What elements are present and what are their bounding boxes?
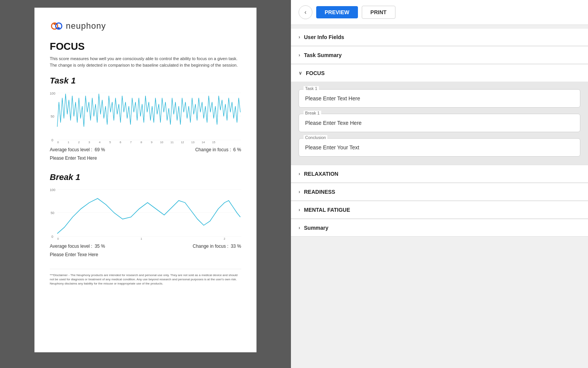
- accordion-focus-header[interactable]: ∨ FOCUS: [291, 65, 588, 82]
- focus-section-title: FOCUS: [50, 41, 241, 52]
- svg-text:7: 7: [130, 141, 132, 143]
- accordion-task-summary-label: Task Summary: [304, 52, 342, 58]
- focus-break1-input[interactable]: [305, 120, 574, 126]
- svg-text:5: 5: [109, 141, 111, 143]
- chevron-relaxation: ›: [299, 171, 300, 177]
- accordion-focus-label: FOCUS: [306, 70, 325, 76]
- svg-text:0: 0: [57, 237, 59, 240]
- svg-text:0: 0: [51, 235, 53, 239]
- back-button[interactable]: ‹: [299, 5, 312, 19]
- logo-area: neuphony: [50, 19, 241, 33]
- focus-conclusion-field: Conclusion: [299, 138, 580, 157]
- svg-text:9: 9: [151, 141, 152, 143]
- svg-text:3: 3: [88, 141, 90, 143]
- task1-title: Task 1: [50, 76, 241, 86]
- accordion-mental-fatigue: › MENTAL FATIGUE: [291, 201, 588, 219]
- task1-stats: Average focus level : 69 % Change in foc…: [50, 147, 241, 152]
- change-focus-label: Change in focus :: [195, 147, 231, 152]
- break1-title: Break 1: [50, 172, 241, 182]
- svg-text:11: 11: [170, 141, 173, 143]
- focus-description: This score measures how well you are con…: [50, 56, 241, 68]
- accordion-relaxation-label: RELAXATION: [304, 171, 338, 177]
- break1-change: Change in focus : 33 %: [193, 244, 241, 249]
- avg-focus-label: Average focus level :: [50, 147, 92, 152]
- chevron-user-info: ›: [299, 34, 300, 40]
- accordion-readiness-header[interactable]: › READINESS: [291, 183, 588, 200]
- accordion-user-info-header[interactable]: › User Info Fields: [291, 29, 588, 46]
- break1-chart: 100 50 0 0 1 2: [50, 186, 241, 240]
- svg-text:2: 2: [78, 141, 80, 143]
- svg-text:2: 2: [224, 237, 225, 240]
- chevron-readiness: ›: [299, 189, 300, 195]
- focus-conclusion-input[interactable]: [305, 144, 574, 150]
- print-button[interactable]: PRINT: [362, 6, 395, 19]
- svg-text:100: 100: [50, 188, 56, 192]
- focus-conclusion-label: Conclusion: [304, 135, 327, 140]
- svg-text:15: 15: [212, 141, 215, 143]
- chevron-summary: ›: [299, 225, 300, 231]
- chevron-focus: ∨: [299, 70, 302, 76]
- focus-task1-label: Task 1: [304, 86, 319, 91]
- accordion-mental-fatigue-label: MENTAL FATIGUE: [304, 207, 350, 213]
- break1-change-label: Change in focus :: [193, 244, 228, 249]
- accordion-readiness: › READINESS: [291, 183, 588, 201]
- break1-avg-focus: Average focus level : 35 %: [50, 244, 105, 249]
- document: neuphony FOCUS This score measures how w…: [34, 8, 256, 352]
- svg-text:10: 10: [160, 141, 163, 143]
- sidebar: ‹ PREVIEW PRINT › User Info Fields › Tas…: [291, 0, 588, 368]
- svg-text:13: 13: [191, 141, 194, 143]
- break1-entered-text: Please Enter Texe Here: [50, 252, 241, 257]
- svg-text:6: 6: [120, 141, 121, 143]
- accordion-focus: ∨ FOCUS Task 1 Break 1 Conclusion: [291, 65, 588, 165]
- sidebar-header: ‹ PREVIEW PRINT: [291, 0, 588, 25]
- task1-change: Change in focus : 6 %: [195, 147, 241, 152]
- accordion-relaxation: › RELAXATION: [291, 165, 588, 183]
- accordion-user-info-label: User Info Fields: [304, 34, 344, 40]
- avg-focus-value: 69 %: [95, 147, 105, 152]
- svg-text:14: 14: [202, 141, 205, 143]
- focus-break1-label: Break 1: [304, 111, 321, 115]
- svg-text:8: 8: [140, 141, 142, 143]
- svg-text:4: 4: [99, 141, 100, 143]
- accordion-summary-header[interactable]: › Summary: [291, 219, 588, 236]
- disclaimer: ***Disclaimer - The Neuphony products ar…: [50, 269, 241, 286]
- svg-text:1: 1: [140, 237, 142, 240]
- break1-change-value: 33 %: [231, 244, 241, 249]
- sidebar-content: › User Info Fields › Task Summary ∨ FOCU…: [291, 25, 588, 368]
- chevron-task-summary: ›: [299, 52, 300, 58]
- preview-button[interactable]: PREVIEW: [316, 6, 358, 18]
- accordion-focus-body: Task 1 Break 1 Conclusion: [291, 82, 588, 164]
- accordion-relaxation-header[interactable]: › RELAXATION: [291, 165, 588, 182]
- break1-avg-focus-label: Average focus level :: [50, 244, 92, 249]
- svg-text:1: 1: [68, 141, 69, 143]
- svg-text:0: 0: [51, 138, 53, 142]
- accordion-task-summary: › Task Summary: [291, 47, 588, 64]
- task1-avg-focus: Average focus level : 69 %: [50, 147, 105, 152]
- accordion-summary: › Summary: [291, 219, 588, 237]
- svg-text:12: 12: [181, 141, 184, 143]
- logo-text: neuphony: [66, 21, 106, 31]
- svg-point-2: [54, 23, 56, 25]
- svg-text:0: 0: [57, 141, 59, 143]
- break1-stats: Average focus level : 35 % Change in foc…: [50, 244, 241, 249]
- svg-text:50: 50: [51, 211, 54, 215]
- accordion-task-summary-header[interactable]: › Task Summary: [291, 47, 588, 64]
- neuphony-logo-icon: [50, 19, 64, 33]
- focus-break1-field: Break 1: [299, 114, 580, 132]
- preview-area: neuphony FOCUS This score measures how w…: [0, 0, 291, 368]
- break1-avg-focus-value: 35 %: [95, 244, 105, 249]
- task1-chart: 100 50 0 0 1 2 3 4 5 6 7 8 9 10 11: [50, 90, 241, 143]
- change-focus-value: 6 %: [233, 147, 241, 152]
- focus-task1-field: Task 1: [299, 89, 580, 108]
- svg-point-3: [58, 27, 60, 29]
- accordion-readiness-label: READINESS: [304, 189, 335, 195]
- svg-text:100: 100: [50, 92, 56, 95]
- accordion-summary-label: Summary: [304, 225, 328, 231]
- task1-entered-text: Please Enter Text Here: [50, 155, 241, 161]
- chevron-mental-fatigue: ›: [299, 207, 300, 213]
- focus-task1-input[interactable]: [305, 95, 574, 101]
- accordion-user-info: › User Info Fields: [291, 29, 588, 46]
- svg-text:50: 50: [51, 114, 54, 118]
- accordion-mental-fatigue-header[interactable]: › MENTAL FATIGUE: [291, 201, 588, 218]
